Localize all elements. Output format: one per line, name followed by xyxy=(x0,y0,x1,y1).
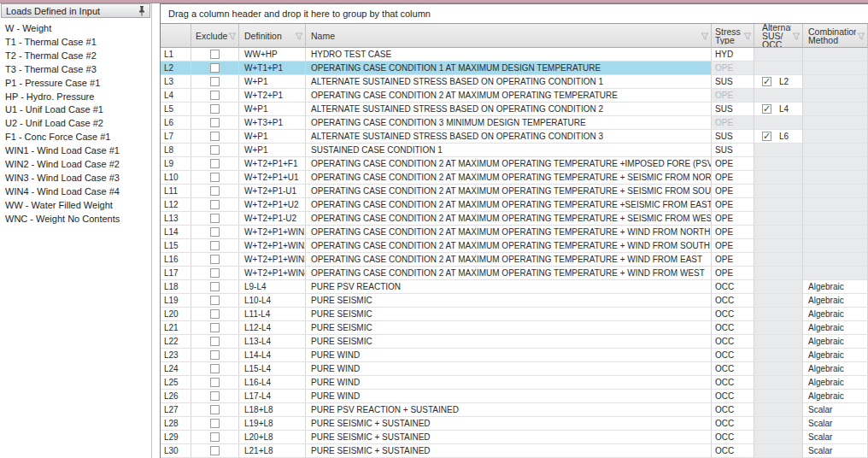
load-list-item[interactable]: WIN2 - Wind Load Case #2 xyxy=(0,158,151,172)
stress-type-cell[interactable]: OCC xyxy=(712,280,754,294)
load-list-item[interactable]: WIN1 - Wind Load Case #1 xyxy=(0,144,151,158)
definition-cell[interactable]: W+T2+P1+U1 xyxy=(239,171,306,185)
exclude-checkbox[interactable] xyxy=(210,132,220,141)
definition-cell[interactable]: L19+L8 xyxy=(239,417,306,431)
definition-cell[interactable]: L21+L8 xyxy=(239,444,306,458)
stress-type-cell[interactable]: OCC xyxy=(712,308,754,321)
exclude-checkbox[interactable] xyxy=(210,391,220,401)
name-cell[interactable]: PURE SEISMIC xyxy=(306,321,712,335)
definition-cell[interactable]: L15-L4 xyxy=(239,362,306,376)
row-header-cell[interactable]: L29 xyxy=(161,431,191,444)
row-header-cell[interactable]: L7 xyxy=(161,130,191,144)
group-by-bar[interactable]: Drag a column header and drop it here to… xyxy=(161,4,868,24)
column-header-combination[interactable]: Combination Method xyxy=(803,24,868,48)
row-header-cell[interactable]: L24 xyxy=(161,362,191,376)
exclude-checkbox[interactable] xyxy=(210,145,220,155)
definition-cell[interactable]: L14-L4 xyxy=(239,349,306,362)
table-row[interactable]: L6W+T3+P1OPERATING CASE CONDITION 3 MINI… xyxy=(161,116,868,130)
column-header-name[interactable]: Name xyxy=(306,24,712,48)
column-header-stress[interactable]: Stress Type xyxy=(712,24,754,48)
table-row[interactable]: L15W+T2+P1+WIN2OPERATING CASE CONDITION … xyxy=(161,239,868,253)
name-cell[interactable]: OPERATING CASE CONDITION 2 AT MAXIMUM OP… xyxy=(306,212,712,226)
exclude-checkbox[interactable] xyxy=(210,63,220,73)
definition-cell[interactable]: W+T2+P1+WIN3 xyxy=(239,253,306,267)
name-cell[interactable]: OPERATING CASE CONDITION 2 AT MAXIMUM OP… xyxy=(306,89,712,103)
row-header-cell[interactable]: L12 xyxy=(161,198,191,212)
definition-cell[interactable]: W+T2+P1 xyxy=(239,89,306,103)
table-row[interactable]: L2W+T1+P1OPERATING CASE CONDITION 1 AT M… xyxy=(161,62,868,75)
name-cell[interactable]: OPERATING CASE CONDITION 2 AT MAXIMUM OP… xyxy=(306,253,712,267)
definition-cell[interactable]: W+T2+P1-U1 xyxy=(239,185,306,198)
definition-cell[interactable]: L11-L4 xyxy=(239,308,306,321)
load-list-item[interactable]: T1 - Thermal Case #1 xyxy=(0,36,151,50)
row-header-cell[interactable]: L23 xyxy=(161,349,191,362)
column-header-exclude[interactable]: Exclude xyxy=(191,24,239,48)
load-list-item[interactable]: HP - Hydro. Pressure xyxy=(0,91,151,104)
stress-type-cell[interactable]: OCC xyxy=(712,431,754,444)
table-row[interactable]: L19L10-L4PURE SEISMICOCCAlgebraic xyxy=(161,294,868,308)
row-header-cell[interactable]: L19 xyxy=(161,294,191,308)
exclude-checkbox[interactable] xyxy=(210,323,220,332)
definition-cell[interactable]: L20+L8 xyxy=(239,431,306,444)
table-row[interactable]: L9W+T2+P1+F1OPERATING CASE CONDITION 2 A… xyxy=(161,157,868,171)
exclude-checkbox[interactable] xyxy=(210,227,220,237)
row-header-cell[interactable]: L4 xyxy=(161,89,191,103)
table-row[interactable]: L30L21+L8PURE SEISMIC + SUSTAINEDOCCScal… xyxy=(161,444,868,458)
definition-cell[interactable]: L10-L4 xyxy=(239,294,306,308)
table-row[interactable]: L11W+T2+P1-U1OPERATING CASE CONDITION 2 … xyxy=(161,185,868,198)
exclude-checkbox[interactable] xyxy=(210,91,220,100)
stress-type-cell[interactable]: OCC xyxy=(712,321,754,335)
definition-cell[interactable]: L16-L4 xyxy=(239,376,306,390)
table-row[interactable]: L25L16-L4PURE WINDOCCAlgebraic xyxy=(161,376,868,390)
name-cell[interactable]: ALTERNATE SUSTAINED STRESS BASED ON OPER… xyxy=(306,75,712,89)
alternate-checkbox[interactable] xyxy=(762,104,771,114)
table-row[interactable]: L28L19+L8PURE SEISMIC + SUSTAINEDOCCScal… xyxy=(161,417,868,431)
filter-icon[interactable] xyxy=(701,28,709,44)
exclude-checkbox[interactable] xyxy=(210,282,220,291)
exclude-checkbox[interactable] xyxy=(210,337,220,346)
name-cell[interactable]: PURE WIND xyxy=(306,362,712,376)
definition-cell[interactable]: W+P1 xyxy=(239,75,306,89)
definition-cell[interactable]: L18+L8 xyxy=(239,403,306,417)
row-header-cell[interactable]: L13 xyxy=(161,212,191,226)
name-cell[interactable]: PURE SEISMIC xyxy=(306,335,712,349)
exclude-checkbox[interactable] xyxy=(210,364,220,373)
name-cell[interactable]: PURE PSV REACTION xyxy=(306,280,712,294)
stress-type-cell[interactable]: OPE xyxy=(712,253,754,267)
exclude-checkbox[interactable] xyxy=(210,241,220,250)
combination-method-cell[interactable]: Algebraic xyxy=(803,349,868,362)
filter-icon[interactable] xyxy=(295,28,303,44)
table-row[interactable]: L8W+P1SUSTAINED CASE CONDITION 1SUS xyxy=(161,144,868,157)
row-header-cell[interactable]: L2 xyxy=(161,62,191,75)
load-list-item[interactable]: T2 - Thermal Case #2 xyxy=(0,50,151,63)
name-cell[interactable]: PURE SEISMIC xyxy=(306,294,712,308)
combination-method-cell[interactable]: Scalar xyxy=(803,431,868,444)
row-header-cell[interactable]: L8 xyxy=(161,144,191,157)
table-row[interactable]: L13W+T2+P1-U2OPERATING CASE CONDITION 2 … xyxy=(161,212,868,226)
stress-type-cell[interactable]: OPE xyxy=(712,239,754,253)
load-list-item[interactable]: WIN4 - Wind Load Case #4 xyxy=(0,185,151,199)
load-list-item[interactable]: WIN3 - Wind Load Case #3 xyxy=(0,172,151,185)
stress-type-cell[interactable]: SUS xyxy=(712,144,754,157)
definition-cell[interactable]: W+T2+P1+U2 xyxy=(239,198,306,212)
load-list-item[interactable]: WW - Water Filled Weight xyxy=(0,199,151,213)
alternate-sus-occ-cell[interactable]: L6 xyxy=(754,130,803,144)
stress-type-cell[interactable]: SUS xyxy=(712,130,754,144)
filter-icon[interactable] xyxy=(743,28,752,44)
stress-type-cell[interactable]: OCC xyxy=(712,403,754,417)
exclude-checkbox[interactable] xyxy=(210,446,220,455)
stress-type-cell[interactable]: OCC xyxy=(712,444,754,458)
row-header-cell[interactable]: L6 xyxy=(161,116,191,130)
name-cell[interactable]: OPERATING CASE CONDITION 2 AT MAXIMUM OP… xyxy=(306,239,712,253)
table-row[interactable]: L23L14-L4PURE WINDOCCAlgebraic xyxy=(161,349,868,362)
name-cell[interactable]: PURE WIND xyxy=(306,376,712,390)
name-cell[interactable]: ALTERNATE SUSTAINED STRESS BASED ON OPER… xyxy=(306,130,712,144)
name-cell[interactable]: PURE SEISMIC + SUSTAINED xyxy=(306,417,712,431)
filter-icon[interactable] xyxy=(857,28,865,44)
exclude-checkbox[interactable] xyxy=(210,378,220,387)
exclude-checkbox[interactable] xyxy=(210,173,220,182)
stress-type-cell[interactable]: OCC xyxy=(712,335,754,349)
load-list-item[interactable]: U1 - Unif Load Case #1 xyxy=(0,103,151,117)
table-row[interactable]: L1WW+HPHYDRO TEST CASEHYD xyxy=(161,48,868,62)
row-header-cell[interactable]: L22 xyxy=(161,335,191,349)
